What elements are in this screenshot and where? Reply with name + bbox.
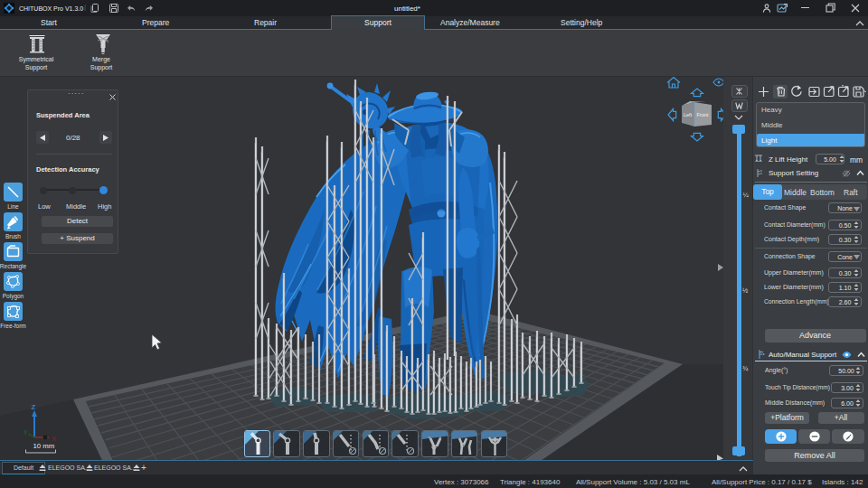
svg-text:Y: Y (24, 429, 28, 436)
svg-text:10 mm: 10 mm (33, 442, 55, 450)
svg-text:Z: Z (32, 403, 36, 411)
svg-text:Left: Left (684, 112, 693, 117)
svg-text:Front: Front (697, 112, 709, 117)
